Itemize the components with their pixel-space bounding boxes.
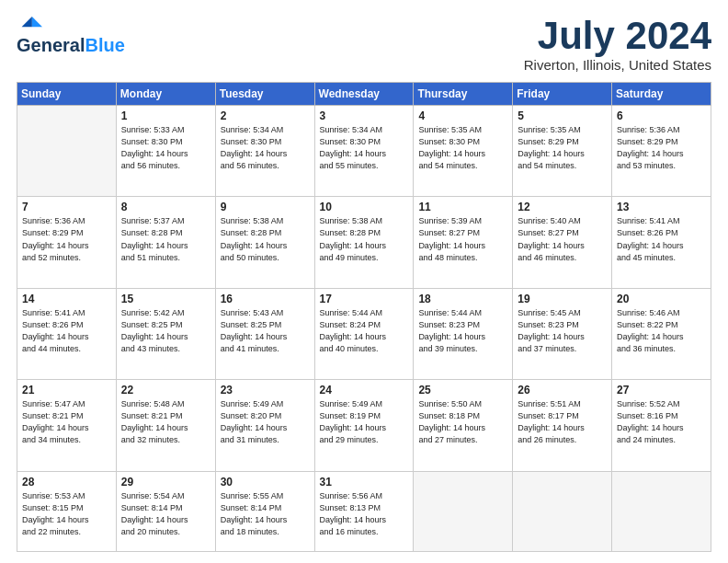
week-row: 1Sunrise: 5:33 AM Sunset: 8:30 PM Daylig… xyxy=(17,106,711,197)
week-row: 21Sunrise: 5:47 AM Sunset: 8:21 PM Dayli… xyxy=(17,380,711,471)
day-cell: 7Sunrise: 5:36 AM Sunset: 8:29 PM Daylig… xyxy=(17,197,117,288)
day-cell: 8Sunrise: 5:37 AM Sunset: 8:28 PM Daylig… xyxy=(116,197,215,288)
day-cell: 17Sunrise: 5:44 AM Sunset: 8:24 PM Dayli… xyxy=(314,288,414,379)
day-cell: 15Sunrise: 5:42 AM Sunset: 8:25 PM Dayli… xyxy=(116,288,215,379)
day-number: 28 xyxy=(22,476,111,488)
day-header: Tuesday xyxy=(215,83,314,106)
day-number: 19 xyxy=(518,293,607,305)
day-number: 20 xyxy=(617,293,706,305)
day-info: Sunrise: 5:49 AM Sunset: 8:19 PM Dayligh… xyxy=(320,398,409,446)
title-block: July 2024 Riverton, Illinois, United Sta… xyxy=(524,17,711,73)
day-info: Sunrise: 5:55 AM Sunset: 8:14 PM Dayligh… xyxy=(221,490,310,538)
day-cell: 10Sunrise: 5:38 AM Sunset: 8:28 PM Dayli… xyxy=(314,197,414,288)
day-header: Saturday xyxy=(612,83,711,106)
svg-marker-0 xyxy=(32,17,42,27)
day-info: Sunrise: 5:42 AM Sunset: 8:25 PM Dayligh… xyxy=(121,307,210,355)
day-number: 13 xyxy=(617,201,706,213)
day-cell: 24Sunrise: 5:49 AM Sunset: 8:19 PM Dayli… xyxy=(314,380,414,471)
day-number: 7 xyxy=(22,201,111,213)
day-number: 2 xyxy=(221,109,310,122)
day-cell xyxy=(513,471,612,551)
day-info: Sunrise: 5:41 AM Sunset: 8:26 PM Dayligh… xyxy=(22,307,111,355)
day-cell: 21Sunrise: 5:47 AM Sunset: 8:21 PM Dayli… xyxy=(17,380,117,471)
day-cell: 31Sunrise: 5:56 AM Sunset: 8:13 PM Dayli… xyxy=(314,471,414,551)
day-number: 22 xyxy=(121,384,210,396)
day-cell: 28Sunrise: 5:53 AM Sunset: 8:15 PM Dayli… xyxy=(17,471,117,551)
day-cell: 6Sunrise: 5:36 AM Sunset: 8:29 PM Daylig… xyxy=(612,106,711,197)
day-cell: 1Sunrise: 5:33 AM Sunset: 8:30 PM Daylig… xyxy=(116,106,215,197)
day-number: 8 xyxy=(121,201,210,213)
day-number: 1 xyxy=(121,109,210,122)
day-info: Sunrise: 5:43 AM Sunset: 8:25 PM Dayligh… xyxy=(221,307,310,355)
week-row: 14Sunrise: 5:41 AM Sunset: 8:26 PM Dayli… xyxy=(17,288,711,379)
day-info: Sunrise: 5:34 AM Sunset: 8:30 PM Dayligh… xyxy=(320,124,409,172)
day-info: Sunrise: 5:44 AM Sunset: 8:23 PM Dayligh… xyxy=(418,307,507,355)
logo-name2: Blue xyxy=(85,35,124,55)
day-cell: 12Sunrise: 5:40 AM Sunset: 8:27 PM Dayli… xyxy=(513,197,612,288)
day-cell: 9Sunrise: 5:38 AM Sunset: 8:28 PM Daylig… xyxy=(215,197,314,288)
day-header: Monday xyxy=(116,83,215,106)
logo: GeneralBlue xyxy=(17,17,125,55)
day-info: Sunrise: 5:38 AM Sunset: 8:28 PM Dayligh… xyxy=(221,215,310,263)
day-header: Thursday xyxy=(414,83,513,106)
day-cell: 16Sunrise: 5:43 AM Sunset: 8:25 PM Dayli… xyxy=(215,288,314,379)
day-info: Sunrise: 5:37 AM Sunset: 8:28 PM Dayligh… xyxy=(121,215,210,263)
day-info: Sunrise: 5:52 AM Sunset: 8:16 PM Dayligh… xyxy=(617,398,706,446)
day-number: 23 xyxy=(221,384,310,396)
day-info: Sunrise: 5:35 AM Sunset: 8:30 PM Dayligh… xyxy=(418,124,507,172)
day-number: 31 xyxy=(320,476,409,488)
day-cell: 4Sunrise: 5:35 AM Sunset: 8:30 PM Daylig… xyxy=(414,106,513,197)
day-cell: 2Sunrise: 5:34 AM Sunset: 8:30 PM Daylig… xyxy=(215,106,314,197)
day-cell: 11Sunrise: 5:39 AM Sunset: 8:27 PM Dayli… xyxy=(414,197,513,288)
day-number: 24 xyxy=(320,384,409,396)
day-info: Sunrise: 5:39 AM Sunset: 8:27 PM Dayligh… xyxy=(418,215,507,263)
day-info: Sunrise: 5:33 AM Sunset: 8:30 PM Dayligh… xyxy=(121,124,210,172)
day-number: 16 xyxy=(221,293,310,305)
day-cell: 22Sunrise: 5:48 AM Sunset: 8:21 PM Dayli… xyxy=(116,380,215,471)
day-number: 5 xyxy=(518,109,607,122)
day-cell: 3Sunrise: 5:34 AM Sunset: 8:30 PM Daylig… xyxy=(314,106,414,197)
day-info: Sunrise: 5:36 AM Sunset: 8:29 PM Dayligh… xyxy=(617,124,706,172)
day-info: Sunrise: 5:50 AM Sunset: 8:18 PM Dayligh… xyxy=(418,398,507,446)
day-info: Sunrise: 5:47 AM Sunset: 8:21 PM Dayligh… xyxy=(22,398,111,446)
day-info: Sunrise: 5:45 AM Sunset: 8:23 PM Dayligh… xyxy=(518,307,607,355)
day-info: Sunrise: 5:41 AM Sunset: 8:26 PM Dayligh… xyxy=(617,215,706,263)
header: GeneralBlue July 2024 Riverton, Illinois… xyxy=(17,17,711,73)
day-cell xyxy=(612,471,711,551)
day-number: 14 xyxy=(22,293,111,305)
day-number: 15 xyxy=(121,293,210,305)
calendar: SundayMondayTuesdayWednesdayThursdayFrid… xyxy=(17,82,711,552)
day-info: Sunrise: 5:44 AM Sunset: 8:24 PM Dayligh… xyxy=(320,307,409,355)
day-number: 25 xyxy=(418,384,507,396)
day-cell xyxy=(17,106,117,197)
day-cell: 29Sunrise: 5:54 AM Sunset: 8:14 PM Dayli… xyxy=(116,471,215,551)
day-cell: 5Sunrise: 5:35 AM Sunset: 8:29 PM Daylig… xyxy=(513,106,612,197)
day-cell xyxy=(414,471,513,551)
day-info: Sunrise: 5:56 AM Sunset: 8:13 PM Dayligh… xyxy=(320,490,409,538)
day-cell: 14Sunrise: 5:41 AM Sunset: 8:26 PM Dayli… xyxy=(17,288,117,379)
day-info: Sunrise: 5:53 AM Sunset: 8:15 PM Dayligh… xyxy=(22,490,111,538)
week-row: 28Sunrise: 5:53 AM Sunset: 8:15 PM Dayli… xyxy=(17,471,711,551)
day-header: Sunday xyxy=(17,83,117,106)
day-info: Sunrise: 5:38 AM Sunset: 8:28 PM Dayligh… xyxy=(320,215,409,263)
day-header: Wednesday xyxy=(314,83,414,106)
month-title: July 2024 xyxy=(524,17,711,55)
day-info: Sunrise: 5:46 AM Sunset: 8:22 PM Dayligh… xyxy=(617,307,706,355)
header-row: SundayMondayTuesdayWednesdayThursdayFrid… xyxy=(17,83,711,106)
day-cell: 23Sunrise: 5:49 AM Sunset: 8:20 PM Dayli… xyxy=(215,380,314,471)
day-info: Sunrise: 5:34 AM Sunset: 8:30 PM Dayligh… xyxy=(221,124,310,172)
day-cell: 26Sunrise: 5:51 AM Sunset: 8:17 PM Dayli… xyxy=(513,380,612,471)
day-number: 6 xyxy=(617,109,706,122)
day-info: Sunrise: 5:49 AM Sunset: 8:20 PM Dayligh… xyxy=(221,398,310,446)
logo-name: General xyxy=(17,35,85,55)
day-number: 17 xyxy=(320,293,409,305)
day-header: Friday xyxy=(513,83,612,106)
day-number: 4 xyxy=(418,109,507,122)
day-number: 27 xyxy=(617,384,706,396)
day-number: 3 xyxy=(320,109,409,122)
day-info: Sunrise: 5:48 AM Sunset: 8:21 PM Dayligh… xyxy=(121,398,210,446)
day-number: 10 xyxy=(320,201,409,213)
logo-icon xyxy=(17,17,42,33)
subtitle: Riverton, Illinois, United States xyxy=(524,57,711,73)
svg-marker-1 xyxy=(22,17,32,27)
